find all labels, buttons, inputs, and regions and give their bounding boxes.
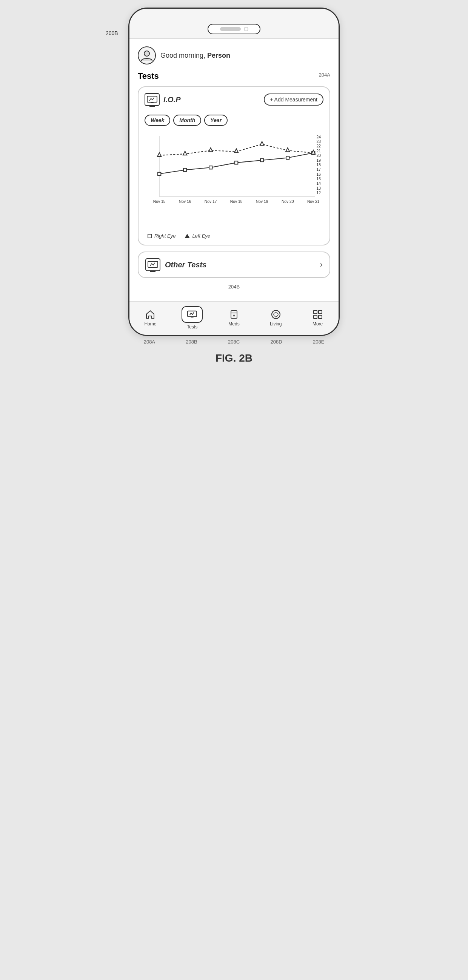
bottom-nav: Home Tests	[129, 301, 339, 335]
nav-home[interactable]: Home	[135, 309, 165, 326]
nav-more[interactable]: More	[303, 309, 333, 326]
svg-marker-33	[183, 151, 187, 155]
svg-rect-49	[319, 310, 322, 314]
svg-marker-38	[311, 150, 315, 154]
svg-text:14: 14	[316, 181, 321, 186]
card-header: I.O.P + Add Measurement	[145, 93, 323, 110]
svg-rect-40	[151, 267, 154, 268]
svg-rect-2	[150, 102, 153, 103]
svg-text:24: 24	[316, 135, 321, 139]
filter-week-button[interactable]: Week	[145, 115, 170, 126]
svg-rect-28	[235, 161, 238, 164]
avatar	[138, 46, 156, 64]
greeting-prefix: Good morning,	[160, 52, 207, 59]
filter-year-button[interactable]: Year	[204, 115, 228, 126]
chart-svg: 24 23 22 21 20 19 18 17 16 15 14 13	[145, 131, 323, 229]
chart-area: 24 23 22 21 20 19 18 17 16 15 14 13	[145, 131, 323, 229]
svg-text:16: 16	[316, 172, 321, 177]
other-monitor-icon	[145, 258, 160, 271]
svg-text:21: 21	[316, 149, 321, 153]
label-208a: 208A	[144, 339, 155, 345]
left-eye-icon	[185, 234, 190, 238]
nav-meds[interactable]: Meds	[219, 309, 249, 326]
other-tests-card[interactable]: Other Tests ›	[138, 251, 330, 278]
tests-label: Tests	[187, 324, 197, 329]
svg-text:Nov 15: Nov 15	[153, 199, 166, 204]
svg-text:Nov 19: Nov 19	[256, 199, 268, 204]
label-208b: 208B	[186, 339, 197, 345]
nav-tests[interactable]: Tests	[177, 306, 207, 329]
greeting-row: Good morning, Person	[138, 46, 330, 64]
monitor-svg	[147, 96, 157, 103]
right-eye-label: Right Eye	[154, 233, 176, 239]
notch-pill	[220, 27, 241, 31]
svg-text:22: 22	[316, 144, 321, 148]
label-204a: 204A	[319, 72, 330, 78]
svg-rect-25	[158, 172, 161, 175]
svg-marker-32	[157, 153, 161, 156]
filter-month-button[interactable]: Month	[173, 115, 201, 126]
svg-marker-36	[260, 142, 264, 145]
legend-left-eye: Left Eye	[185, 233, 210, 239]
svg-rect-30	[286, 156, 289, 159]
svg-point-0	[144, 51, 149, 56]
other-monitor-svg	[148, 261, 158, 269]
living-icon	[271, 309, 281, 320]
svg-rect-27	[209, 166, 212, 169]
svg-marker-37	[286, 148, 289, 151]
monitor-icon	[145, 93, 160, 106]
section-title: Tests	[138, 71, 159, 81]
title-label-row: Tests 204A	[138, 71, 330, 86]
meds-icon	[229, 309, 239, 320]
svg-text:Nov 21: Nov 21	[307, 199, 319, 204]
notch-circle	[244, 27, 248, 31]
legend-right-eye: Right Eye	[148, 233, 176, 239]
phone-content: Good morning, Person Tests 204A	[129, 39, 339, 290]
other-tests-left: Other Tests	[145, 258, 206, 271]
notch	[208, 24, 260, 34]
home-icon	[145, 309, 155, 320]
svg-text:18: 18	[316, 163, 321, 167]
left-eye-label: Left Eye	[192, 233, 210, 239]
chart-legend: Right Eye Left Eye	[145, 233, 323, 239]
meds-label: Meds	[228, 321, 239, 326]
label-200b: 200B	[106, 30, 118, 36]
more-label: More	[313, 321, 323, 326]
more-icon	[313, 309, 323, 320]
iop-title: I.O.P	[163, 95, 181, 104]
label-204b: 204B	[138, 284, 330, 290]
svg-text:15: 15	[316, 177, 321, 181]
add-measurement-label: + Add Measurement	[270, 97, 318, 103]
figure-label: FIG. 2B	[216, 352, 252, 364]
add-measurement-button[interactable]: + Add Measurement	[264, 94, 323, 106]
svg-rect-48	[314, 310, 317, 314]
chevron-right-icon: ›	[320, 260, 323, 270]
svg-marker-35	[234, 149, 238, 153]
svg-text:Nov 18: Nov 18	[230, 199, 243, 204]
greeting-name: Person	[207, 52, 230, 59]
greeting-text: Good morning, Person	[160, 52, 230, 60]
svg-rect-26	[184, 169, 187, 172]
svg-marker-34	[209, 148, 212, 151]
label-208c: 208C	[228, 339, 240, 345]
svg-rect-50	[314, 315, 317, 319]
label-208d: 208D	[271, 339, 282, 345]
svg-text:Nov 16: Nov 16	[179, 199, 192, 204]
iop-card: I.O.P + Add Measurement Week Month Year	[138, 86, 330, 245]
card-title-group: I.O.P	[145, 93, 181, 106]
svg-text:23: 23	[316, 140, 321, 144]
nav-living[interactable]: Living	[261, 309, 291, 326]
phone-top-bar	[129, 9, 339, 39]
other-tests-title: Other Tests	[165, 261, 206, 269]
time-filters: Week Month Year	[145, 115, 323, 126]
svg-text:13: 13	[316, 186, 321, 191]
bottom-annotations: 208A 208B 208C 208D 208E	[128, 339, 340, 345]
svg-rect-51	[319, 315, 322, 319]
label-208e: 208E	[313, 339, 324, 345]
svg-text:17: 17	[316, 167, 321, 172]
svg-rect-42	[191, 317, 193, 318]
right-eye-icon	[148, 234, 152, 238]
svg-text:20: 20	[316, 153, 321, 158]
living-label: Living	[270, 321, 281, 326]
svg-text:Nov 20: Nov 20	[281, 199, 294, 204]
